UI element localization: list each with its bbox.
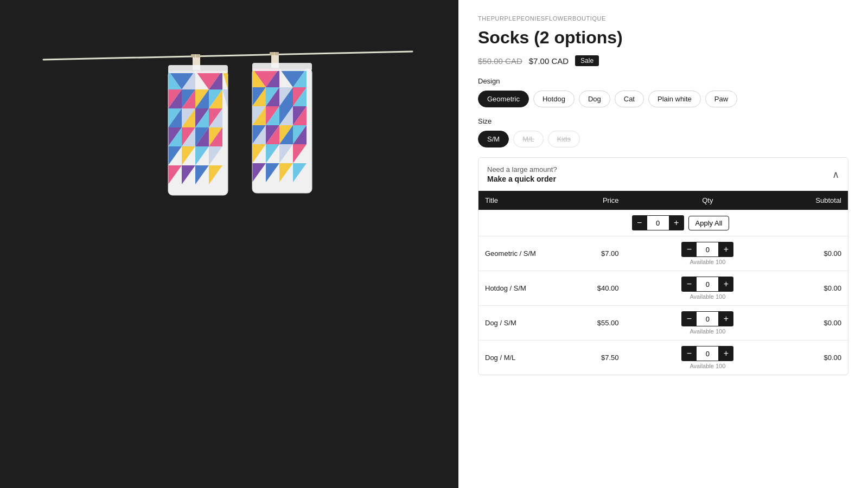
minus-button-hotdog-sm[interactable]: − [681,277,697,292]
design-option-label: Design [478,77,848,85]
apply-all-button[interactable]: Apply All [688,216,730,230]
subtotal-hotdog-sm: $0.00 [790,271,848,306]
apply-all-qty-input[interactable] [647,215,669,230]
row-price-dog-sm: $55.00 [574,306,626,341]
qty-input-hotdog-sm[interactable] [697,277,718,292]
quick-order-box: Need a large amount? Make a quick order … [478,157,848,375]
subtotal-geometric-sm: $0.00 [790,236,848,271]
apply-all-subtotal-cell [790,210,848,236]
table-header-qty: Qty [626,191,790,210]
svg-rect-6 [270,52,274,55]
size-option-sm[interactable]: S/M [478,131,509,147]
plus-button-hotdog-sm[interactable]: + [718,277,733,292]
table-row: Dog / M/L $7.50 − + Available 100 [478,341,848,375]
minus-button-dog-sm[interactable]: − [681,311,697,326]
size-option-section: Size S/M M/L Kids [478,117,848,147]
design-option-cat[interactable]: Cat [615,91,644,107]
table-row: Geometric / S/M $7.00 − + Available 100 [478,236,848,271]
quick-order-question: Need a large amount? [487,165,557,174]
row-qty-geometric-sm: − + Available 100 [626,236,790,271]
size-option-ml: M/L [513,131,544,147]
quick-order-header[interactable]: Need a large amount? Make a quick order … [478,158,848,191]
subtotal-dog-sm: $0.00 [790,306,848,341]
plus-button-dog-ml[interactable]: + [718,346,733,361]
apply-all-row: − + Apply All [478,210,848,236]
row-title-geometric-sm: Geometric / S/M [478,236,574,271]
table-header-title: Title [478,191,574,210]
row-title-dog-ml: Dog / M/L [478,341,574,375]
row-price-geometric-sm: $7.00 [574,236,626,271]
quick-order-header-left: Need a large amount? Make a quick order [487,165,557,183]
size-option-label: Size [478,117,848,125]
product-title: Socks (2 options) [478,27,848,48]
design-option-geometric[interactable]: Geometric [478,91,529,107]
plus-button-dog-sm[interactable]: + [718,311,733,326]
qty-input-geometric-sm[interactable] [697,242,718,257]
svg-rect-48 [168,65,228,73]
apply-all-title-cell [478,210,574,236]
minus-button-dog-ml[interactable]: − [681,346,697,361]
design-option-paw[interactable]: Paw [705,91,737,107]
minus-button-geometric-sm[interactable]: − [681,242,697,257]
available-dog-ml: Available 100 [690,363,725,369]
bulk-order-table: Title Price Qty Subtotal [478,191,848,375]
sale-badge: Sale [575,55,599,66]
row-qty-hotdog-sm: − + Available 100 [626,271,790,306]
price-row: $50.00 CAD $7.00 CAD Sale [478,55,848,66]
qty-input-dog-sm[interactable] [697,311,718,326]
original-price: $50.00 CAD [478,56,522,66]
row-price-dog-ml: $7.50 [574,341,626,375]
chevron-up-icon: ∧ [832,169,839,181]
svg-rect-7 [275,52,279,55]
available-hotdog-sm: Available 100 [690,293,725,300]
apply-all-qty-cell: − + Apply All [626,210,790,236]
row-title-dog-sm: Dog / S/M [478,306,574,341]
svg-rect-88 [252,63,312,71]
size-option-buttons: S/M M/L Kids [478,131,848,147]
row-price-hotdog-sm: $40.00 [574,271,626,306]
design-option-dog[interactable]: Dog [579,91,610,107]
available-geometric-sm: Available 100 [690,259,725,265]
design-option-section: Design Geometric Hotdog Dog Cat Plain wh… [478,77,848,107]
table-row: Dog / S/M $55.00 − + Available 100 [478,306,848,341]
row-qty-dog-sm: − + Available 100 [626,306,790,341]
qty-input-dog-ml[interactable] [697,346,718,361]
design-option-hotdog[interactable]: Hotdog [533,91,575,107]
apply-all-plus-button[interactable]: + [669,215,684,230]
apply-all-minus-button[interactable]: − [632,215,647,230]
sale-price: $7.00 CAD [529,56,569,66]
svg-rect-0 [0,0,458,488]
subtotal-dog-ml: $0.00 [790,341,848,375]
table-header-price: Price [574,191,626,210]
product-image-section [0,0,458,488]
apply-all-price-cell [574,210,626,236]
product-details-section: THEPURPLEPEONIESFLOWERBOUTIQUE Socks (2 … [458,0,868,488]
size-option-kids: Kids [548,131,580,147]
apply-all-qty-control: − + [632,215,684,230]
plus-button-geometric-sm[interactable]: + [718,242,733,257]
shop-name: THEPURPLEPEONIESFLOWERBOUTIQUE [478,15,848,22]
available-dog-sm: Available 100 [690,328,725,335]
svg-rect-3 [191,54,195,57]
table-row: Hotdog / S/M $40.00 − + Available 100 [478,271,848,306]
table-header-subtotal: Subtotal [790,191,848,210]
design-option-plain-white[interactable]: Plain white [648,91,701,107]
row-qty-dog-ml: − + Available 100 [626,341,790,375]
svg-rect-4 [196,54,200,57]
design-option-buttons: Geometric Hotdog Dog Cat Plain white Paw [478,91,848,107]
row-title-hotdog-sm: Hotdog / S/M [478,271,574,306]
quick-order-link: Make a quick order [487,175,557,183]
